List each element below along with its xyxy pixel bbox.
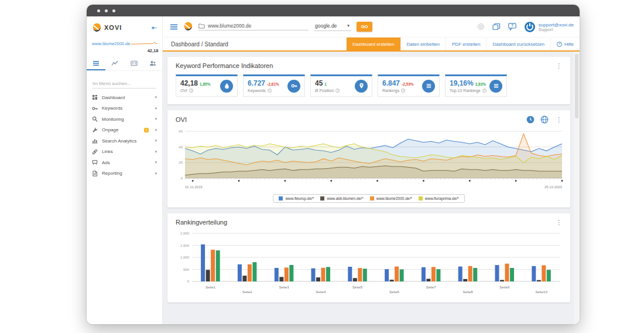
legend-item-blume2000[interactable]: www.blume2000.de/* xyxy=(370,196,412,201)
kebab-menu-icon[interactable]: ⋮ xyxy=(554,219,563,226)
chevron-down-icon[interactable]: ▾ xyxy=(155,138,157,143)
sidebar-collapse-icon[interactable]: ⇤ xyxy=(152,25,157,31)
select-arrow-icon: ▼ xyxy=(347,24,350,28)
daten-einbetten-button[interactable]: Daten einbetten xyxy=(400,38,446,50)
hilfe-button[interactable]: ?Hilfe xyxy=(550,38,580,50)
xovi-mini-logo[interactable] xyxy=(183,22,193,32)
top-toolbar: google.de ▼ GO ? support@xovi.de Support xyxy=(163,16,580,38)
sidebar-item-monitoring[interactable]: Monitoring ▾ xyxy=(87,114,162,125)
sidebar-tab-menu[interactable] xyxy=(87,57,105,70)
kpi-card-keywords[interactable]: 6.727-2,61% Keywords? xyxy=(243,74,305,97)
svg-text:Seite3: Seite3 xyxy=(279,286,289,289)
legend-swatch xyxy=(320,196,324,201)
window-dot[interactable] xyxy=(105,9,108,12)
content-scrollbar[interactable] xyxy=(574,52,580,324)
sidebar-item-links[interactable]: Links ▾ xyxy=(87,147,162,158)
legend-item-floraprima[interactable]: www.floraprima.de/* xyxy=(419,196,459,201)
bar-chart-icon xyxy=(92,138,98,144)
kpi-label: OVI xyxy=(180,89,187,93)
chevron-down-icon[interactable]: ▾ xyxy=(155,171,157,176)
feedback-chat-icon[interactable]: ? xyxy=(508,23,516,30)
scrollbar-thumb[interactable] xyxy=(575,54,578,118)
window-dot[interactable] xyxy=(97,9,100,12)
svg-text:Seite4: Seite4 xyxy=(316,290,326,294)
ovi-line-chart[interactable]: 020406001.11.201525.10.2020 xyxy=(174,128,563,192)
hamburger-menu-icon[interactable] xyxy=(170,23,178,30)
list-icon xyxy=(489,80,502,93)
domain-url-input[interactable] xyxy=(208,23,302,29)
dashboard-zuruecksetzen-button[interactable]: Dashboard zurücksetzen xyxy=(486,38,550,50)
svg-text:1,500: 1,500 xyxy=(180,244,190,247)
chart-legend: www.fleurop.de/* www.aldi-blumen.de/* ww… xyxy=(273,194,464,203)
chevron-down-icon[interactable]: ▾ xyxy=(155,95,157,100)
chevron-down-icon[interactable]: ▾ xyxy=(155,128,157,132)
go-button[interactable]: GO xyxy=(357,22,372,32)
support-avatar-icon xyxy=(524,21,536,33)
help-tooltip-icon[interactable]: ? xyxy=(268,89,272,93)
kpi-delta: 2,83% xyxy=(475,82,486,86)
help-tooltip-icon[interactable]: ? xyxy=(401,89,405,93)
account-email: support@xovi.de xyxy=(539,22,574,28)
help-tooltip-icon[interactable]: ? xyxy=(482,89,487,93)
xovi-logo[interactable]: XOVI xyxy=(92,23,122,33)
kpi-value: 19,16% xyxy=(450,79,474,87)
sidebar-item-onpage[interactable]: Onpage ! ▾ xyxy=(87,125,162,136)
kpi-label: Rankings xyxy=(382,89,399,93)
sidebar-item-label: Links xyxy=(102,149,150,154)
kpi-card-ovi[interactable]: 42,181,85% OVI? xyxy=(176,74,238,97)
svg-text:Seite10: Seite10 xyxy=(535,290,547,294)
pdf-erstellen-button[interactable]: PDF erstellen xyxy=(446,38,486,50)
kpi-panel-title: Keyword Performance Indikatoren xyxy=(176,62,554,69)
svg-text:60: 60 xyxy=(179,130,183,133)
key-icon xyxy=(287,80,300,93)
svg-text:Seite6: Seite6 xyxy=(389,290,400,294)
ranking-panel: Rankingverteilung ⋮ 05001,0001,5002,000S… xyxy=(167,213,570,303)
engine-value: google.de xyxy=(315,23,337,29)
globe-icon[interactable] xyxy=(540,115,549,124)
ranking-bar-chart[interactable]: 05001,0001,5002,000Seite1Seite2Seite3Sei… xyxy=(174,230,563,301)
time-range-icon[interactable] xyxy=(526,115,535,124)
svg-text:0: 0 xyxy=(187,280,190,283)
sidebar-item-dashboard[interactable]: Dashboard ▾ xyxy=(87,92,162,103)
window-dot[interactable] xyxy=(112,9,115,12)
breadcrumb-bar: Dashboard / Standard Dashboard erstellen… xyxy=(163,38,580,52)
active-domain-link[interactable]: www.blume2000.de xyxy=(92,38,130,53)
kpi-card-rankings[interactable]: 6.847-2,53% Rankings? xyxy=(378,74,440,97)
copy-windows-icon[interactable] xyxy=(492,23,501,30)
svg-text:40: 40 xyxy=(179,145,183,149)
kpi-card-top10-rankings[interactable]: 19,16%2,83% Top-10 Rankings? xyxy=(445,74,507,97)
sidebar-item-search-analytics[interactable]: Search Analytics ▾ xyxy=(87,135,162,147)
key-icon xyxy=(92,106,98,111)
help-tooltip-icon[interactable]: ? xyxy=(189,89,193,93)
sidebar-item-ads[interactable]: Ads ▾ xyxy=(87,157,162,168)
search-engine-select[interactable]: google.de ▼ xyxy=(314,23,351,31)
legend-item-fleurop[interactable]: www.fleurop.de/* xyxy=(279,196,314,201)
dashboard-erstellen-button[interactable]: Dashboard erstellen xyxy=(346,38,400,50)
sidebar-item-reporting[interactable]: Reporting ▾ xyxy=(87,168,162,179)
sidebar-tab-users[interactable] xyxy=(143,57,162,70)
kpi-card-position[interactable]: 451 Ø Position? xyxy=(310,74,372,97)
sidebar-tab-profile[interactable] xyxy=(125,57,143,70)
help-tooltip-icon[interactable]: ? xyxy=(335,89,340,93)
kebab-menu-icon[interactable]: ⋮ xyxy=(554,63,563,69)
svg-text:Seite2: Seite2 xyxy=(242,290,253,294)
legend-item-aldi-blumen[interactable]: www.aldi-blumen.de/* xyxy=(320,196,364,201)
svg-text:Seite8: Seite8 xyxy=(463,290,473,294)
chevron-down-icon[interactable]: ▾ xyxy=(155,106,157,111)
svg-text:?: ? xyxy=(511,23,513,28)
svg-text:500: 500 xyxy=(183,268,190,271)
svg-text:25.10.2020: 25.10.2020 xyxy=(544,185,563,189)
kebab-menu-icon[interactable]: ⋮ xyxy=(554,117,563,123)
chevron-down-icon[interactable]: ▾ xyxy=(155,117,157,121)
dashboard-icon xyxy=(92,94,98,100)
chevron-down-icon[interactable]: ▾ xyxy=(155,149,157,154)
link-icon xyxy=(92,149,98,155)
sidebar-tab-trends[interactable] xyxy=(105,57,124,70)
menu-search-input[interactable] xyxy=(93,80,156,89)
trend-chart-icon xyxy=(111,60,118,67)
kpi-panel: Keyword Performance Indikatoren ⋮ 42,181… xyxy=(167,57,570,104)
fingerprint-icon[interactable] xyxy=(477,23,485,30)
chevron-down-icon[interactable]: ▾ xyxy=(155,160,157,165)
sidebar-item-keywords[interactable]: Keywords ▾ xyxy=(87,103,162,114)
account-menu[interactable]: support@xovi.de Support xyxy=(524,21,574,33)
